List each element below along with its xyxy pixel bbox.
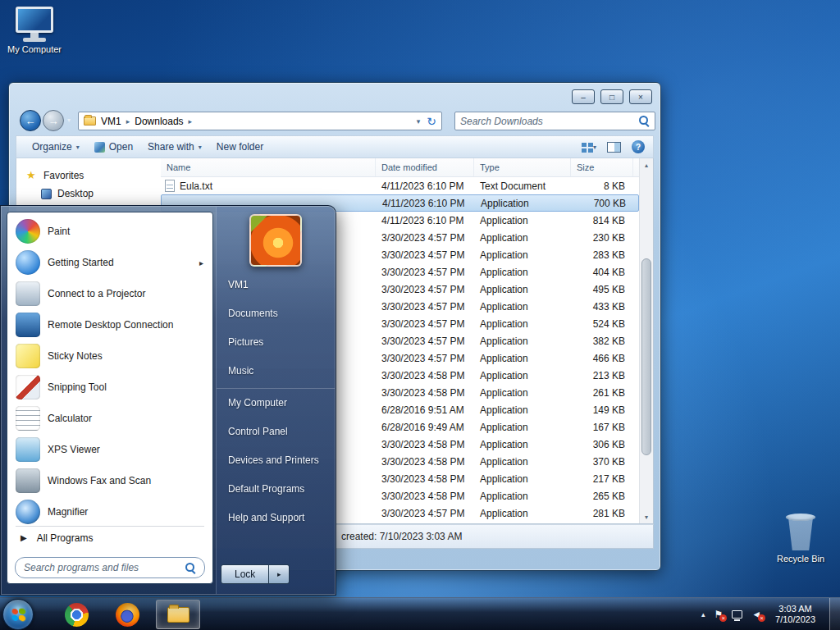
refresh-icon[interactable]: ↻ — [427, 115, 436, 128]
start-menu-place-item[interactable]: Documents — [217, 299, 335, 327]
start-menu-place-item[interactable]: Control Panel — [217, 417, 335, 445]
start-menu-place-label: Music — [228, 365, 253, 377]
back-button[interactable]: ← — [20, 110, 41, 131]
breadcrumb-separator-icon[interactable]: ▸ — [126, 117, 130, 126]
new-folder-button[interactable]: New folder — [209, 136, 271, 158]
file-size: 213 KB — [571, 370, 633, 381]
taskbar-explorer-button[interactable] — [156, 600, 200, 629]
start-menu-place-label: Documents — [228, 308, 278, 319]
file-date-modified: 3/30/2023 4:57 PM — [376, 508, 474, 519]
breadcrumb-label: VM1 — [101, 116, 121, 127]
file-size: 230 KB — [571, 232, 633, 244]
show-hidden-icons-button[interactable]: ▴ — [701, 610, 705, 619]
share-with-button[interactable]: Share with ▾ — [140, 136, 209, 158]
taskbar-clock[interactable]: 3:03 AM 7/10/2023 — [775, 604, 815, 625]
start-menu-item[interactable]: Remote Desktop Connection ▸ — [9, 309, 211, 340]
start-menu-place-item[interactable]: Default Programs — [217, 474, 335, 503]
start-menu-item[interactable]: Connect to a Projector ▸ — [9, 278, 211, 309]
start-menu-item[interactable]: Paint ▸ — [9, 216, 211, 247]
column-header[interactable]: Type — [474, 158, 571, 176]
sidebar-item[interactable]: Favorites — [16, 167, 161, 185]
fax-scan-icon — [16, 468, 40, 493]
start-menu-item[interactable]: Magnifier ▸ — [9, 496, 211, 527]
search-icon[interactable] — [185, 563, 196, 573]
file-size: 495 KB — [571, 284, 633, 295]
file-size: 8 KB — [571, 180, 633, 192]
start-menu-item-label: Getting Started — [48, 257, 114, 268]
file-size: 306 KB — [571, 439, 633, 450]
organize-button[interactable]: Organize ▾ — [25, 136, 87, 158]
start-menu-item[interactable]: Snipping Tool ▸ — [9, 372, 211, 403]
start-menu-item[interactable]: Calculator ▸ — [9, 403, 211, 434]
file-date-modified: 3/30/2023 4:58 PM — [376, 387, 474, 399]
breadcrumb-item[interactable]: Downloads ▸ — [135, 116, 197, 127]
user-avatar[interactable] — [249, 214, 302, 267]
file-size: 700 KB — [572, 198, 634, 209]
action-center-flag-icon[interactable]: ⚑ × — [714, 609, 723, 620]
file-type: Application — [474, 422, 571, 433]
column-header[interactable]: Date modified — [376, 158, 474, 176]
help-icon[interactable]: ? — [632, 140, 645, 153]
file-date-modified: 3/30/2023 4:57 PM — [376, 284, 474, 295]
system-tray: ▴ ⚑ × ◄ × 3:03 AM 7/10/2023 — [701, 598, 840, 630]
scroll-up-icon[interactable]: ▴ — [640, 158, 653, 171]
file-date-modified: 3/30/2023 4:57 PM — [376, 232, 474, 244]
scrollbar-thumb[interactable] — [641, 258, 651, 455]
start-menu-place-label: Default Programs — [228, 483, 304, 495]
address-bar[interactable]: VM1 ▸ Downloads ▸ ▾ ↻ — [78, 112, 442, 130]
start-button[interactable] — [2, 599, 34, 630]
maximize-button[interactable]: □ — [600, 89, 623, 104]
volume-icon[interactable]: ◄ × — [751, 609, 761, 620]
lock-button[interactable]: Lock — [221, 564, 269, 584]
vertical-scrollbar[interactable]: ▴ ▾ — [639, 158, 653, 523]
start-menu-place-item[interactable]: Devices and Printers — [217, 445, 335, 474]
file-date-modified: 3/30/2023 4:57 PM — [376, 301, 474, 313]
search-input[interactable] — [460, 116, 639, 127]
start-menu-places-list: Documents Pictures Music My Computer Con… — [217, 299, 335, 532]
taskbar-firefox-button[interactable] — [105, 600, 149, 629]
start-menu-place-item[interactable]: Pictures — [217, 327, 335, 356]
start-menu-item[interactable]: Sticky Notes ▸ — [9, 340, 211, 372]
start-menu-item[interactable]: XPS Viewer ▸ — [9, 434, 211, 465]
open-button[interactable]: Open — [87, 136, 140, 158]
start-menu-place-label: Help and Support — [228, 512, 304, 523]
start-menu-item-label: Remote Desktop Connection — [48, 319, 173, 331]
shutdown-options-arrow[interactable]: ▸ — [269, 564, 290, 584]
column-header-label: Size — [577, 162, 594, 172]
start-menu-place-item[interactable]: My Computer — [217, 388, 335, 417]
forward-button[interactable]: → — [43, 110, 64, 131]
file-size: 524 KB — [571, 318, 633, 330]
start-menu-item[interactable]: Windows Fax and Scan ▸ — [9, 465, 211, 496]
recent-pages-dropdown[interactable]: ▾ — [67, 116, 71, 124]
sidebar-item[interactable]: Desktop — [16, 185, 161, 203]
preview-pane-icon[interactable] — [607, 142, 621, 153]
file-row[interactable]: Eula.txt 4/11/2023 6:10 PM Text Document… — [161, 177, 639, 194]
dropdown-icon: ▾ — [593, 144, 596, 151]
start-menu-item[interactable]: Getting Started ▸ — [9, 247, 211, 278]
scroll-down-icon[interactable]: ▾ — [640, 510, 653, 523]
file-type: Application — [474, 267, 571, 278]
network-icon[interactable] — [732, 610, 742, 619]
close-button[interactable]: × — [629, 89, 652, 104]
search-icon[interactable] — [639, 116, 650, 126]
taskbar-chrome-button[interactable] — [54, 600, 98, 629]
start-menu-place-item[interactable]: Music — [217, 356, 335, 385]
file-date-modified: 3/30/2023 4:58 PM — [376, 439, 474, 450]
breadcrumb-separator-icon[interactable]: ▸ — [189, 117, 193, 126]
start-menu-place-item[interactable]: Help and Support — [217, 503, 335, 532]
desktop-icon-my-computer[interactable]: My Computer — [5, 7, 64, 54]
column-header[interactable]: Size — [571, 158, 633, 176]
breadcrumb-label: Downloads — [135, 116, 183, 127]
desktop-icon-recycle-bin[interactable]: Recycle Bin — [771, 514, 830, 564]
minimize-button[interactable]: – — [572, 89, 595, 104]
show-desktop-button[interactable] — [829, 598, 840, 630]
all-programs-button[interactable]: ▶ All Programs — [16, 526, 204, 549]
column-header[interactable]: Name — [161, 158, 376, 176]
change-view-button[interactable]: ▾ — [582, 143, 596, 152]
address-dropdown-icon[interactable]: ▾ — [417, 117, 421, 126]
start-search-input[interactable] — [24, 562, 185, 573]
file-date-modified: 3/30/2023 4:58 PM — [376, 456, 474, 468]
open-file-icon — [94, 142, 105, 153]
file-date-modified: 3/30/2023 4:57 PM — [376, 318, 474, 330]
breadcrumb-item[interactable]: VM1 ▸ — [101, 116, 135, 127]
